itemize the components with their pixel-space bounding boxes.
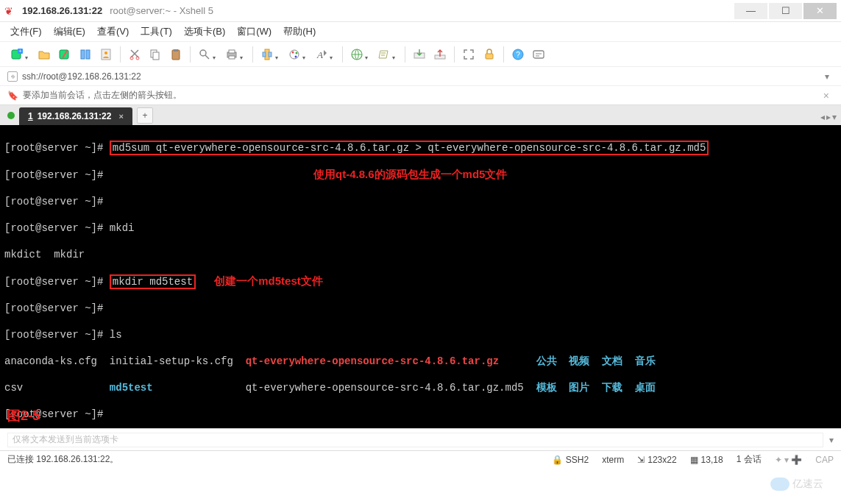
window-title-main: 192.168.26.131:22 xyxy=(22,5,102,16)
highlight-box: md5sum qt-everywhere-opensource-src-4.8.… xyxy=(110,141,709,155)
menu-window[interactable]: 窗口(W) xyxy=(237,25,272,38)
annotation: 创建一个md5test文件 xyxy=(214,274,323,287)
close-button[interactable]: ✕ xyxy=(803,3,837,19)
script-button[interactable] xyxy=(375,45,400,64)
fullscreen-button[interactable] xyxy=(459,45,478,64)
prompt: [root@server ~]# xyxy=(4,302,110,314)
open-button[interactable] xyxy=(35,45,54,64)
disconnect-button[interactable] xyxy=(76,45,95,64)
terminal-pane[interactable]: [root@server ~]# md5sum qt-everywhere-op… xyxy=(0,125,841,428)
chevron-down-icon xyxy=(240,52,245,57)
watermark: 亿速云 xyxy=(770,478,837,501)
menu-help[interactable]: 帮助(H) xyxy=(283,25,316,38)
tab-nav-right-icon[interactable]: ▸ xyxy=(826,112,831,122)
svg-rect-11 xyxy=(153,52,159,60)
svg-point-7 xyxy=(104,52,107,54)
color-button[interactable] xyxy=(285,45,311,64)
svg-rect-29 xyxy=(486,54,493,59)
status-pos: ▦ 13,18 xyxy=(690,455,723,465)
font-button[interactable]: A xyxy=(312,45,338,64)
svg-rect-17 xyxy=(229,56,235,59)
cut-button[interactable] xyxy=(125,45,144,64)
tab-menu-icon[interactable]: ▾ xyxy=(832,112,837,122)
tab-nav-left-icon[interactable]: ◂ xyxy=(820,112,825,122)
prompt: [root@server ~]# xyxy=(4,142,110,154)
svg-point-22 xyxy=(292,51,294,53)
transfer-button[interactable] xyxy=(410,45,429,64)
toolbar-separator xyxy=(190,46,191,63)
bookmark-icon[interactable]: 🔖 xyxy=(7,90,18,101)
status-bar: 已连接 192.168.26.131:22。 🔒SSH2 xterm ⇲ 123… xyxy=(0,450,841,468)
ls-output: md5test xyxy=(110,382,153,394)
ls-output: 模板 图片 下载 桌面 xyxy=(536,382,656,394)
properties-button[interactable] xyxy=(258,45,283,64)
menu-tabs[interactable]: 选项卡(B) xyxy=(184,25,225,38)
svg-text:A: A xyxy=(316,49,323,60)
ls-output: qt-everywhere-opensource-src-4.8.6.tar.g… xyxy=(246,355,499,367)
new-session-button[interactable]: + xyxy=(7,45,33,64)
chevron-down-icon xyxy=(302,52,308,57)
address-dropdown[interactable]: ▾ xyxy=(820,71,834,82)
chevron-down-icon xyxy=(25,52,30,57)
svg-rect-5 xyxy=(86,50,90,59)
lock-button[interactable] xyxy=(480,45,499,64)
address-bar: ⎆ ssh://root@192.168.26.131:22 ▾ xyxy=(0,66,841,85)
cloud-icon xyxy=(770,478,789,491)
toolbar-separator xyxy=(405,46,405,63)
svg-rect-16 xyxy=(229,50,235,53)
status-sessions: 1 会话 xyxy=(737,453,762,466)
command-text: md5sum qt-everywhere-opensource-src-4.8.… xyxy=(113,142,706,154)
menu-view[interactable]: 查看(V) xyxy=(97,25,129,38)
status-protocol: 🔒SSH2 xyxy=(552,455,589,465)
svg-point-24 xyxy=(295,55,297,57)
tab-strip: 1 192.168.26.131:22 × + ◂ ▸ ▾ xyxy=(0,104,841,125)
reconnect-button[interactable] xyxy=(55,45,74,64)
title-bar: ❦ 192.168.26.131:22 root@server:~ - Xshe… xyxy=(0,0,841,22)
toolbar-separator xyxy=(503,46,504,63)
toolbar-separator xyxy=(252,46,253,63)
help-button[interactable]: ? xyxy=(508,45,528,64)
chevron-down-icon xyxy=(392,52,397,57)
find-button[interactable] xyxy=(195,45,221,64)
session-tab[interactable]: 1 192.168.26.131:22 × xyxy=(19,107,132,125)
chevron-down-icon xyxy=(275,52,280,57)
menu-file[interactable]: 文件(F) xyxy=(10,25,42,38)
paste-button[interactable] xyxy=(166,45,185,64)
size-icon: ⇲ xyxy=(637,455,645,465)
send-bar: 仅将文本发送到当前选项卡 ▾ xyxy=(0,428,841,450)
infobar-close-button[interactable]: × xyxy=(819,90,834,102)
send-input[interactable]: 仅将文本发送到当前选项卡 xyxy=(7,433,823,447)
completion-text: mkdict mkdir xyxy=(4,249,85,260)
watermark-text: 亿速云 xyxy=(792,478,823,489)
prompt: [root@server ~]# xyxy=(4,196,110,207)
new-tab-button[interactable]: + xyxy=(137,107,153,124)
connection-status-icon xyxy=(7,112,15,119)
figure-label: 图2-5 xyxy=(7,409,40,422)
profile-button[interactable] xyxy=(96,45,116,64)
menu-bar: 文件(F) 编辑(E) 查看(V) 工具(T) 选项卡(B) 窗口(W) 帮助(… xyxy=(0,22,841,41)
upload-button[interactable] xyxy=(430,45,450,64)
prompt: [root@server ~]# mkdi xyxy=(4,222,134,234)
annotation: 使用qt-4.8.6的源码包生成一个md5文件 xyxy=(313,168,507,180)
highlight-box: mkdir md5test xyxy=(110,274,196,289)
prompt: [root@server ~]# xyxy=(4,169,110,181)
menu-edit[interactable]: 编辑(E) xyxy=(54,25,85,38)
tab-close-icon[interactable]: × xyxy=(118,112,123,121)
toolbar: + A ? xyxy=(0,41,841,66)
grid-icon: ▦ xyxy=(690,455,698,465)
maximize-button[interactable]: ☐ xyxy=(769,3,802,19)
print-button[interactable] xyxy=(222,45,248,64)
prompt: [root@server ~]# ls xyxy=(4,329,122,341)
chevron-down-icon xyxy=(330,52,335,57)
command-text: mkdir md5test xyxy=(113,276,193,288)
minimize-button[interactable]: — xyxy=(734,3,767,19)
caps-indicator: CAP xyxy=(815,455,834,465)
send-dropdown[interactable]: ▾ xyxy=(829,435,834,445)
toolbar-separator xyxy=(120,46,121,63)
address-input[interactable]: ssh://root@192.168.26.131:22 xyxy=(22,71,816,82)
svg-text:+: + xyxy=(18,48,21,53)
language-button[interactable] xyxy=(347,45,373,64)
compose-button[interactable] xyxy=(529,45,548,64)
copy-button[interactable] xyxy=(146,45,165,64)
menu-tools[interactable]: 工具(T) xyxy=(141,25,172,38)
